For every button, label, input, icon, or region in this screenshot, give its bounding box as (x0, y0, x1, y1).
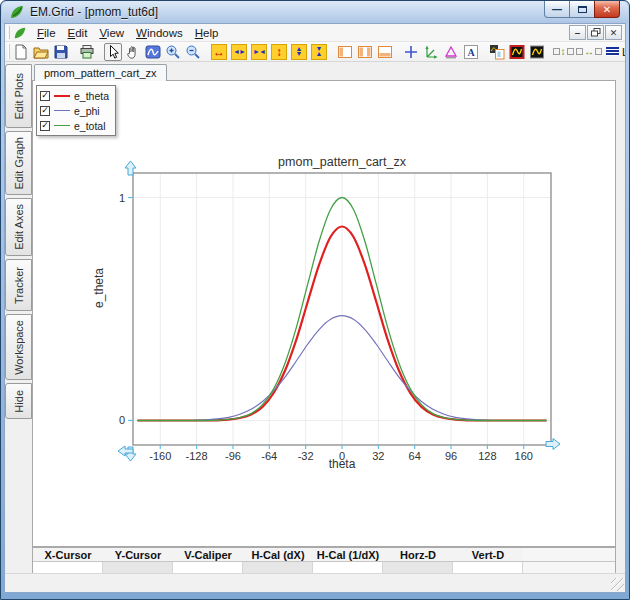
app-logo-icon (9, 4, 25, 20)
document-tab[interactable]: pmom_pattern_cart_zx (34, 64, 167, 81)
sidebar-tab-tracker[interactable]: Tracker (5, 259, 32, 311)
fit-view-icon[interactable] (144, 43, 162, 61)
legend-line-sample (54, 125, 70, 126)
x-tick-label: -96 (225, 450, 241, 462)
readout-col-h-cal-dx-: H-Cal (dX) (243, 548, 313, 561)
chart[interactable]: -160-128-96-64-32032649612816001pmom_pat… (33, 81, 615, 546)
expand-x-icon[interactable]: ↔ (210, 43, 228, 61)
client-area: FileEditViewWindowsHelp ‒ ✕ ↔◄►►◄↕▲▼▼▲A↕… (4, 23, 626, 593)
menu-windows[interactable]: Windows (130, 25, 189, 41)
select-tool-icon[interactable] (104, 43, 122, 61)
chart-title: pmom_pattern_cart_zx (278, 155, 407, 169)
waveform-style-active-icon[interactable] (508, 43, 526, 61)
mdi-close-button[interactable]: ✕ (605, 25, 622, 40)
legend-checkbox-e_theta[interactable]: ✓ (40, 91, 50, 101)
y-tick-label: 1 (119, 192, 125, 204)
legend-line-sample (54, 95, 70, 97)
menu-bar: FileEditViewWindowsHelp ‒ ✕ (5, 24, 625, 42)
sidebar-tab-edit-plots[interactable]: Edit Plots (5, 64, 32, 128)
window-title: EM.Grid - [pmom_tut6d] (30, 5, 158, 19)
legend-item-e_theta: ✓e_theta (40, 88, 109, 103)
resize-grip[interactable] (611, 578, 624, 591)
panel-vsplit-icon[interactable] (356, 43, 374, 61)
close-button[interactable]: ✕ (594, 1, 620, 18)
open-file-icon[interactable] (32, 43, 50, 61)
save-file-icon[interactable] (52, 43, 70, 61)
x-tick-label: 96 (445, 450, 457, 462)
pan-tool-icon[interactable] (124, 43, 142, 61)
sidebar-tab-edit-axes[interactable]: Edit Axes (5, 198, 32, 256)
document-tabstrip: pmom_pattern_cart_zx (31, 62, 625, 80)
expand-y-icon[interactable]: ↕ (270, 43, 288, 61)
plot-canvas[interactable]: ✓e_theta✓e_phi✓e_total -160-128-96-64-32… (32, 80, 616, 547)
sidebar-tab-label: Edit Plots (13, 73, 25, 119)
x-axis-label: theta (329, 457, 356, 471)
waveform-style-icon[interactable] (528, 43, 546, 61)
panel-hsplit-icon[interactable] (376, 43, 394, 61)
app-window: EM.Grid - [pmom_tut6d] — ✕ FileEditViewW… (0, 0, 630, 600)
svg-text:A: A (467, 46, 475, 57)
sidebar-tab-label: Edit Axes (13, 204, 25, 250)
readout-col-y-cursor: Y-Cursor (103, 548, 173, 561)
y-tick-label: 0 (119, 414, 125, 426)
link-horizontal-icon[interactable]: ↔ (580, 43, 598, 61)
compress-y-icon[interactable]: ▼▲ (310, 43, 328, 61)
minimize-button[interactable]: — (544, 1, 570, 18)
main-area: Edit PlotsEdit GraphEdit AxesTrackerWork… (5, 62, 625, 573)
menu-view[interactable]: View (93, 25, 130, 41)
legend-label: e_theta (74, 90, 109, 102)
menu-file[interactable]: File (31, 25, 62, 41)
new-document-icon[interactable] (12, 43, 30, 61)
legend-checkbox-e_total[interactable]: ✓ (40, 121, 50, 131)
layout-icon[interactable]: Layout (606, 43, 625, 61)
document-area: pmom_pattern_cart_zx ✓e_theta✓e_phi✓e_to… (31, 62, 625, 573)
readout-filler (523, 548, 615, 561)
print-icon[interactable] (78, 43, 96, 61)
caliper-tool-icon[interactable] (442, 43, 460, 61)
legend-label: e_total (74, 120, 106, 132)
title-bar: EM.Grid - [pmom_tut6d] — ✕ (2, 1, 628, 23)
sidebar-tab-label: Edit Graph (13, 137, 25, 190)
zoom-out-icon[interactable] (184, 43, 202, 61)
copy-plot-icon[interactable] (488, 43, 506, 61)
spread-x-icon[interactable]: ◄► (230, 43, 248, 61)
sidebar-tab-workspace[interactable]: Workspace (5, 314, 32, 380)
menubar-grip (7, 26, 10, 40)
x-tick-label: -128 (186, 450, 208, 462)
sidebar-tabs: Edit PlotsEdit GraphEdit AxesTrackerWork… (5, 62, 31, 573)
legend-line-sample (54, 110, 70, 111)
mdi-restore-button[interactable] (587, 25, 604, 40)
readout-col-horz-d: Horz-D (383, 548, 453, 561)
sidebar-tab-label: Hide (13, 390, 25, 413)
spread-y-icon[interactable]: ▲▼ (290, 43, 308, 61)
y-axis-label: e_theta (92, 268, 106, 308)
sidebar-tab-label: Tracker (13, 267, 25, 304)
axes-tool-icon[interactable] (422, 43, 440, 61)
sidebar-tab-label: Workspace (13, 320, 25, 375)
menu-edit[interactable]: Edit (62, 25, 94, 41)
text-annotation-icon[interactable]: A (462, 43, 480, 61)
crosshair-cursor-icon[interactable] (402, 43, 420, 61)
x-tick-label: 160 (515, 450, 533, 462)
readout-col-vert-d: Vert-D (453, 548, 523, 561)
legend-item-e_total: ✓e_total (40, 118, 109, 133)
toolbar-grip (8, 44, 10, 59)
status-bar (5, 573, 625, 592)
legend-item-e_phi: ✓e_phi (40, 103, 109, 118)
x-tick-label: 32 (372, 450, 384, 462)
link-vertical-icon[interactable]: ↕ (554, 43, 572, 61)
menu-help[interactable]: Help (189, 25, 225, 41)
mdi-minimize-button[interactable]: ‒ (569, 25, 586, 40)
x-tick-label: 128 (478, 450, 496, 462)
legend-checkbox-e_phi[interactable]: ✓ (40, 106, 50, 116)
x-tick-label: -32 (298, 450, 314, 462)
sidebar-tab-hide[interactable]: Hide (5, 383, 32, 419)
sidebar-tab-edit-graph[interactable]: Edit Graph (5, 131, 32, 195)
panel-left-icon[interactable] (336, 43, 354, 61)
document-icon (13, 26, 27, 40)
zoom-in-icon[interactable] (164, 43, 182, 61)
axis-handle-right-icon[interactable] (546, 439, 560, 450)
maximize-button[interactable] (569, 1, 595, 18)
legend-label: e_phi (74, 105, 100, 117)
compress-x-icon[interactable]: ►◄ (250, 43, 268, 61)
